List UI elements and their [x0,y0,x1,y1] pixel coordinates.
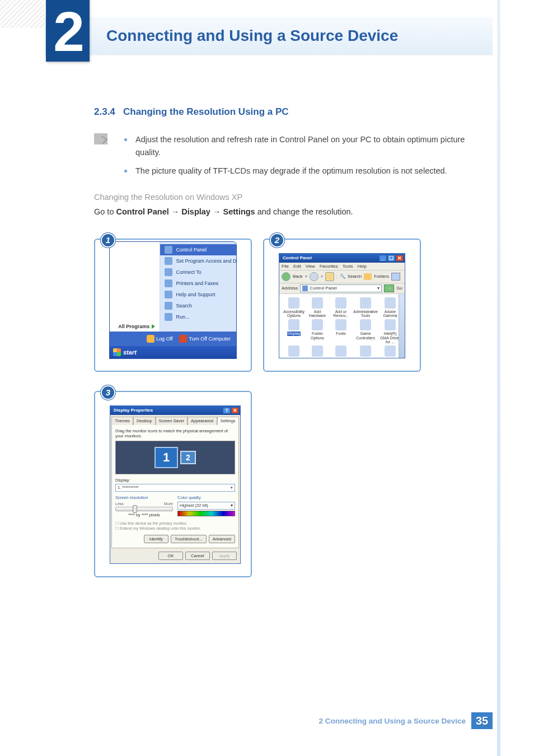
control-panel-item-icon [288,297,299,309]
control-panel-item[interactable]: Game Controllers [353,319,378,344]
minimize-button[interactable]: _ [379,255,387,262]
menu-bar: File Edit View Favorites Tools Help [279,263,405,270]
identify-button[interactable]: Identify [144,535,168,543]
menu-item[interactable]: Help and Support [160,289,236,300]
menu-item-label: Help and Support [176,292,215,297]
close-button[interactable]: ✕ [396,255,404,262]
control-panel-item[interactable]: Display [283,319,305,344]
instruction-text: Go to [94,207,116,216]
help-button[interactable]: ? [223,407,231,414]
control-panel-item[interactable]: Add Hardware [306,297,329,318]
control-panel-item-label: Adobe Gamma [383,310,397,318]
instruction-arrow: → [169,207,182,216]
resolution-slider[interactable] [115,507,173,511]
turnoff-button[interactable]: Turn Off Computer [177,334,233,344]
control-panel-item[interactable]: Administrative Tools [353,297,378,318]
control-panel-item[interactable]: Intel(R) GMA Driver for ... [379,319,401,344]
monitor-1[interactable]: 1 [154,447,178,468]
tab-settings[interactable]: Settings [217,417,239,425]
search-label[interactable]: Search [348,274,362,279]
start-menu-left: All Programs [110,242,160,332]
color-select[interactable]: Highest (32 bit) ▾ [177,502,235,510]
control-panel-item-label: Administrative Tools [353,310,378,318]
primary-monitor-checkbox[interactable]: ☐ Use this device as the primary monitor… [115,521,235,526]
display-select[interactable]: 1. ********** ▾ [115,484,235,492]
menu-item[interactable]: Connect To▸ [160,267,236,278]
step-badge: 3 [101,385,115,400]
go-button[interactable]: → [384,284,394,292]
control-panel-item-label: Intel(R) GMA Driver for ... [380,332,400,344]
instruction-text: and change the resolution. [255,207,353,216]
up-button[interactable] [325,272,334,281]
printers-icon [165,279,172,287]
forward-button[interactable] [310,272,318,281]
control-panel-item[interactable]: Mouse [330,346,352,358]
control-panel-item[interactable]: Mail [306,346,329,358]
troubleshoot-button[interactable]: Troubleshoot... [171,535,207,543]
views-button[interactable] [391,273,400,281]
menu-help[interactable]: Help [357,264,366,269]
folders-label[interactable]: Folders [374,274,389,279]
screenshot-3-card: 3 Display Properties ? ✕ ThemesDesktopSc… [94,391,252,578]
resolution-color-row: Screen resolution Less More **** by ****… [115,495,235,517]
window-titlebar: Control Panel _ ☐ ✕ [279,254,405,263]
menu-item[interactable]: Run... [160,311,236,323]
checkbox-group: ☐ Use this device as the primary monitor… [115,521,235,532]
control-panel-item[interactable]: Network Setup Wizard [379,346,401,358]
settings-note: Drag the monitor icons to match the phys… [115,428,235,438]
control-panel-item[interactable]: Adobe Gamma [379,297,401,318]
section-name: Changing the Resolution Using a PC [123,106,289,117]
start-button[interactable]: start [123,349,137,356]
advanced-button[interactable]: Advanced [209,535,235,543]
monitor-2[interactable]: 2 [180,451,196,464]
help-icon [165,291,172,298]
bullet-list: Adjust the resolution and refresh rate i… [116,133,489,184]
control-panel-item-icon [385,346,396,357]
menu-tools[interactable]: Tools [343,264,353,269]
tab-desktop[interactable]: Desktop [133,417,156,425]
control-panel-item-label: Fonts [336,332,346,335]
control-panel-item-icon [288,346,299,357]
menu-favorites[interactable]: Favorites [320,264,338,269]
extend-desktop-checkbox[interactable]: ☐ Extend my Windows desktop onto this mo… [115,526,235,531]
cancel-button[interactable]: Cancel [185,552,210,560]
go-label: Go [396,286,402,291]
address-bar[interactable]: Control Panel ▾ [300,284,382,292]
control-panel-item[interactable]: Network Connections [353,346,378,358]
maximize-button[interactable]: ☐ [387,255,395,262]
window-title: Display Properties [114,408,153,413]
control-panel-item-icon [360,319,371,330]
tab-themes[interactable]: Themes [111,417,133,425]
menu-item[interactable]: Printers and Faxes [160,278,236,289]
menu-item[interactable]: Set Program Access and Defaults [160,255,236,267]
control-panel-item[interactable]: Keyboard [283,346,305,358]
logoff-button[interactable]: Log Off [144,334,175,344]
apply-button[interactable]: Apply [212,552,237,560]
program-access-icon [165,257,172,265]
checkbox-label: Extend my Windows desktop onto this moni… [120,526,201,530]
monitor-arrangement[interactable]: 1 2 [115,441,235,474]
menu-file[interactable]: File [282,264,289,269]
tab-screen-saver[interactable]: Screen Saver [156,417,188,425]
menu-item[interactable]: Search [160,300,236,311]
tab-appearance[interactable]: Appearance [188,417,217,425]
menu-item-label: Set Program Access and Defaults [176,258,236,264]
control-panel-item-icon [335,346,346,357]
control-panel-item-label: Display [287,332,301,336]
note-icon [94,133,107,144]
menu-edit[interactable]: Edit [293,264,301,269]
step-badge: 1 [101,233,115,248]
control-panel-item[interactable]: Add or Remov... [330,297,352,318]
close-button[interactable]: ✕ [231,407,239,414]
ok-button[interactable]: OK [158,552,183,560]
control-panel-item[interactable]: Folder Options [306,319,329,344]
back-button[interactable] [282,272,291,281]
menu-item-control-panel[interactable]: Control Panel [160,244,236,255]
slider-thumb[interactable] [133,505,137,513]
toolbar: Back ▾ ▾ | 🔍 Search Folders [279,270,405,283]
control-panel-item[interactable]: Fonts [330,319,352,344]
all-programs[interactable]: All Programs [113,324,156,329]
logoff-label: Log Off [156,336,172,342]
control-panel-item[interactable]: Accessibility Options [283,297,305,318]
menu-view[interactable]: View [306,264,315,269]
